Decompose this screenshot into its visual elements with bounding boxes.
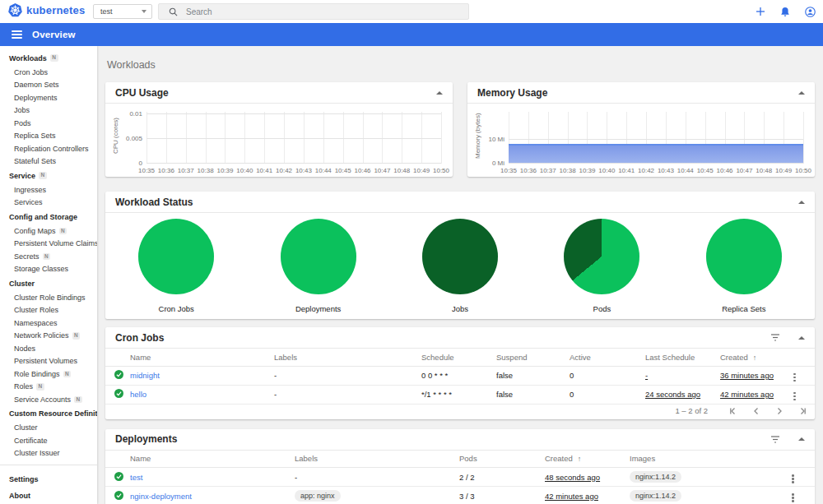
sidebar-item-label: Jobs	[14, 106, 30, 114]
sidebar-item[interactable]: Replication Controllers	[0, 142, 97, 155]
sidebar-item[interactable]: Daemon Sets	[0, 79, 97, 92]
sidebar-item[interactable]: Persistent Volumes	[0, 355, 97, 368]
row-menu-icon[interactable]	[792, 372, 797, 384]
cron-job-row[interactable]: hello - */1 * * * * false 0 24 seconds a…	[105, 385, 815, 404]
column-labels[interactable]: Labels	[274, 349, 421, 366]
row-menu-icon[interactable]	[790, 492, 796, 504]
row-menu-icon[interactable]	[792, 391, 797, 403]
column-last-schedule[interactable]: Last Schedule	[645, 349, 720, 366]
sidebar-item[interactable]: Workloads N	[0, 50, 97, 66]
sidebar-item[interactable]: Service N	[0, 168, 97, 183]
x-tick-label: 10:39	[216, 167, 233, 174]
column-name[interactable]: Name	[130, 451, 295, 468]
sidebar-item[interactable]	[0, 465, 97, 465]
sidebar-item[interactable]: Namespaces	[0, 317, 97, 330]
x-tick-label: 10:44	[677, 167, 694, 174]
row-menu-icon[interactable]	[790, 473, 796, 485]
deployment-row[interactable]: nginx-deployment app: nginx 3 / 3 42 min…	[105, 487, 815, 504]
sidebar-item-label: Secrets	[14, 252, 40, 261]
sidebar-item[interactable]: Storage Classes	[0, 263, 97, 276]
workload-pie-chart[interactable]	[706, 219, 782, 294]
x-tick-label: 10:39	[579, 167, 595, 174]
column-name[interactable]: Name	[130, 349, 274, 366]
cron-job-name-link[interactable]: midnight	[130, 371, 160, 380]
sidebar-item-label: Cluster	[14, 423, 38, 432]
sidebar-item[interactable]: Cluster Role Bindings	[0, 291, 97, 304]
sidebar-item[interactable]: Certificate	[0, 434, 97, 447]
sidebar-item[interactable]: Role Bindings N	[0, 368, 97, 381]
sidebar-item-label: Namespaces	[14, 319, 58, 327]
app-bar: Overview	[0, 23, 823, 46]
sidebar-item[interactable]: Ingresses	[0, 183, 97, 197]
column-suspend[interactable]: Suspend	[496, 349, 570, 366]
workload-pie-chart[interactable]	[422, 219, 498, 294]
sidebar-item[interactable]: Replica Sets	[0, 130, 97, 143]
sidebar-item[interactable]: Services	[0, 197, 97, 210]
menu-icon[interactable]	[12, 30, 22, 39]
sidebar-item[interactable]: Network Policies N	[0, 330, 97, 343]
sidebar-item[interactable]: Cluster	[0, 422, 97, 435]
cron-job-name-link[interactable]: hello	[130, 390, 146, 399]
sidebar-item[interactable]: Cluster Roles	[0, 304, 97, 317]
deployment-name-link[interactable]: nginx-deployment	[130, 492, 192, 501]
sidebar-item[interactable]: About	[0, 488, 97, 504]
check-circle-icon	[114, 472, 123, 481]
sidebar-item[interactable]: Nodes	[0, 342, 97, 355]
sidebar-item[interactable]: Settings	[0, 471, 97, 488]
namespace-selector[interactable]: test	[93, 4, 152, 19]
sidebar-item[interactable]: Roles N	[0, 381, 97, 394]
column-labels[interactable]: Labels	[295, 451, 459, 468]
created-value: 42 minutes ago	[545, 492, 598, 501]
collapse-icon[interactable]	[436, 91, 443, 95]
workload-pie-chart[interactable]	[564, 219, 639, 294]
sidebar-item[interactable]: Stateful Sets	[0, 155, 97, 169]
next-page-icon[interactable]	[775, 407, 783, 415]
kubernetes-logo[interactable]: kubernetes	[8, 3, 85, 17]
collapse-icon[interactable]	[798, 336, 805, 340]
column-images[interactable]: Images	[630, 451, 790, 468]
collapse-icon[interactable]	[798, 201, 805, 204]
column-pods[interactable]: Pods	[459, 451, 545, 468]
sidebar-item[interactable]: Cron Jobs	[0, 66, 97, 79]
sidebar-item[interactable]: Persistent Volume Claims N	[0, 238, 97, 251]
filter-icon[interactable]	[770, 334, 780, 341]
sidebar-item[interactable]: Config and Storage	[0, 209, 97, 224]
deployments-table: Name Labels Pods Created↑ Images	[105, 451, 815, 504]
sidebar-item[interactable]: Custom Resource Definitions	[0, 406, 97, 422]
sidebar-item[interactable]: Cluster Issuer	[0, 447, 97, 460]
sidebar-item[interactable]: Deployments	[0, 91, 97, 104]
column-created[interactable]: Created↑	[545, 451, 630, 468]
cron-job-row[interactable]: midnight - 0 0 * * * false 0 - 36 minute…	[105, 366, 815, 385]
sidebar-item-label: Replication Controllers	[14, 145, 89, 153]
sidebar-item[interactable]: Service Accounts N	[0, 393, 97, 406]
labels-value: app: nginx	[295, 490, 341, 502]
filter-icon[interactable]	[770, 436, 780, 443]
collapse-icon[interactable]	[798, 91, 805, 95]
sidebar-item[interactable]: Jobs	[0, 104, 97, 118]
deployment-name-link[interactable]: test	[130, 473, 142, 482]
check-circle-icon	[114, 491, 123, 500]
deployment-row[interactable]: test - 2 / 2 48 seconds ago nginx:1.14.2	[105, 468, 815, 487]
workload-pie-chart[interactable]	[138, 219, 214, 294]
sidebar-item[interactable]: Config Maps N	[0, 224, 97, 238]
suspend-value: false	[496, 385, 570, 404]
sidebar-item[interactable]: Secrets N	[0, 250, 97, 263]
first-page-icon[interactable]	[729, 407, 737, 415]
previous-page-icon[interactable]	[752, 407, 760, 415]
workload-pie-chart[interactable]	[281, 219, 356, 294]
column-active[interactable]: Active	[570, 349, 645, 366]
workload-status-title: Workload Status	[115, 197, 193, 208]
notifications-button[interactable]	[779, 5, 792, 18]
sidebar-item-label: Network Policies	[14, 331, 69, 340]
search-input[interactable]	[186, 7, 433, 16]
sidebar-item[interactable]: Pods	[0, 117, 97, 130]
column-created[interactable]: Created↑	[720, 349, 792, 366]
collapse-icon[interactable]	[798, 437, 805, 441]
account-button[interactable]	[803, 5, 816, 18]
y-tick-label: 0 Mi	[492, 160, 504, 167]
search-bar[interactable]	[158, 3, 469, 20]
create-resource-button[interactable]	[754, 5, 767, 18]
sidebar-item[interactable]: Cluster	[0, 275, 97, 291]
column-schedule[interactable]: Schedule	[421, 349, 496, 366]
last-page-icon[interactable]	[798, 407, 807, 415]
